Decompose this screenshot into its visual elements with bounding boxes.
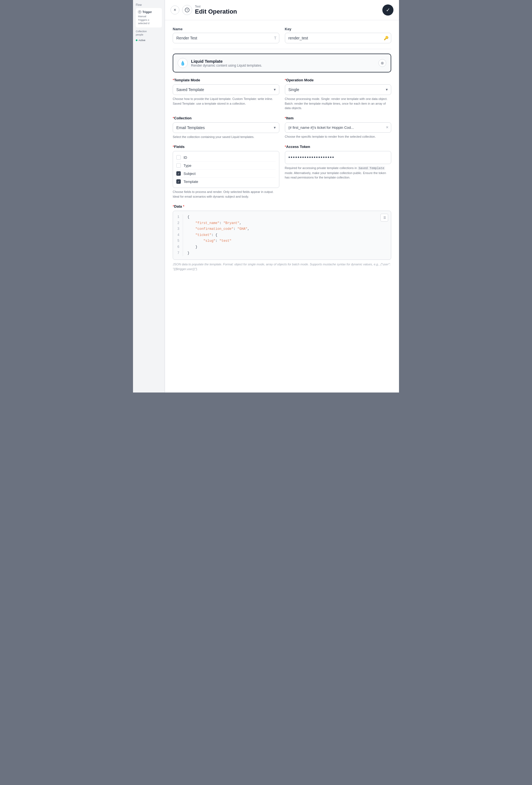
collection-select[interactable]: Email Templates — [173, 122, 279, 133]
access-token-help: Required for accessing private template … — [285, 166, 391, 180]
name-label: Name — [173, 27, 279, 31]
field-subject-label: Subject — [183, 172, 196, 176]
field-type-item: Type — [176, 161, 276, 170]
access-token-inline-code: Saved Template — [358, 166, 385, 170]
data-help-text: JSON data to populate the template. Form… — [173, 262, 391, 271]
close-icon: × — [174, 7, 176, 12]
name-input[interactable] — [173, 33, 279, 43]
name-field-group: Name T — [173, 27, 279, 43]
code-content: 1234567 { "first_name": "Bryant", "confi… — [173, 211, 391, 259]
field-type-checkbox[interactable] — [176, 163, 181, 168]
liquid-title: Liquid Template — [191, 59, 262, 64]
field-subject-item: Subject — [176, 170, 276, 178]
liquid-card-left: 💧 Liquid Template Render dynamic content… — [178, 58, 262, 68]
close-button[interactable]: × — [171, 5, 179, 15]
item-clear-icon[interactable]: × — [386, 125, 388, 130]
fields-checkbox-group: ID Type Subject Template — [173, 151, 279, 188]
access-token-label: *Access Token — [285, 145, 391, 149]
data-required-star-2: * — [182, 204, 184, 208]
data-label: *Data * — [173, 204, 391, 208]
access-token-group: *Access Token Required for accessing pri… — [285, 145, 391, 199]
confirm-icon: ✓ — [386, 7, 390, 13]
modal-subtitle: Test — [195, 5, 237, 8]
field-subject-checkbox[interactable] — [176, 171, 181, 176]
mode-row: *Template Mode Saved Template Custom Tem… — [173, 78, 391, 110]
field-id-item: ID — [176, 153, 276, 161]
liquid-desc: Render dynamic content using Liquid temp… — [191, 64, 262, 68]
operation-mode-select[interactable]: Single Batch — [285, 84, 391, 95]
fields-token-row: *Fields ID Type Subject — [173, 145, 391, 199]
collection-help: Select the collection containing your sa… — [173, 135, 279, 140]
operation-mode-group: *Operation Mode Single Batch ▼ Choose pr… — [285, 78, 391, 110]
item-input[interactable] — [285, 122, 391, 133]
key-input-wrapper: 🔑 — [285, 33, 391, 43]
line-numbers: 1234567 — [173, 214, 183, 256]
field-template-label: Template — [183, 180, 198, 184]
confirm-button[interactable]: ✓ — [382, 4, 394, 16]
collection-group: *Collection Email Templates ▼ Select the… — [173, 116, 279, 140]
liquid-template-card: 💧 Liquid Template Render dynamic content… — [173, 54, 391, 72]
code-text[interactable]: { "first_name": "Bryant", "confirmation_… — [183, 214, 254, 256]
liquid-info: Liquid Template Render dynamic content u… — [191, 59, 262, 68]
key-field-group: Key 🔑 — [285, 27, 391, 43]
edit-operation-modal: × Test Edit Operation ✓ — [165, 0, 399, 392]
active-dot-icon — [136, 40, 137, 41]
modal-header-left: × Test Edit Operation — [171, 5, 237, 15]
item-group: *Item × Choose the specific template to … — [285, 116, 391, 140]
modal-body: Name T Key 🔑 💧 — [165, 20, 399, 392]
collection-label: *Collection — [173, 116, 279, 120]
liquid-remove-button[interactable]: ⊗ — [378, 59, 386, 67]
collection-item-row: *Collection Email Templates ▼ Select the… — [173, 116, 391, 140]
data-required-star: * — [173, 204, 174, 208]
key-input[interactable] — [285, 33, 391, 43]
active-badge: Active — [136, 39, 162, 42]
text-type-icon: T — [274, 36, 277, 40]
operation-icon — [182, 5, 192, 15]
template-mode-select-wrapper: Saved Template Custom Template ▼ — [173, 84, 279, 95]
key-icon: 🔑 — [384, 36, 388, 40]
expand-icon — [382, 216, 386, 220]
sidebar-title: Flow — [136, 3, 162, 6]
operation-mode-label: *Operation Mode — [285, 78, 391, 82]
trigger-icon: ⊙ — [138, 10, 141, 14]
operation-mode-select-wrapper: Single Batch ▼ — [285, 84, 391, 95]
sidebar-trigger-detail: ManualTriggers oselected d — [138, 15, 160, 25]
active-label: Active — [138, 39, 146, 42]
field-template-checkbox[interactable] — [176, 179, 181, 184]
code-editor-toolbar — [380, 214, 388, 222]
template-mode-help: Choose how to provide the Liquid templat… — [173, 97, 279, 106]
code-editor: 1234567 { "first_name": "Bryant", "confi… — [173, 211, 391, 260]
collection-select-wrapper: Email Templates ▼ — [173, 122, 279, 133]
field-id-checkbox[interactable] — [176, 155, 181, 160]
template-mode-label: *Template Mode — [173, 78, 279, 82]
data-section: *Data * — [173, 204, 391, 271]
name-input-wrapper: T — [173, 33, 279, 43]
sidebar-trigger-label: Trigger — [143, 10, 152, 14]
liquid-icon: 💧 — [178, 58, 188, 68]
item-label: *Item — [285, 116, 391, 120]
field-id-label: ID — [183, 155, 187, 160]
template-mode-select[interactable]: Saved Template Custom Template — [173, 84, 279, 95]
name-key-row: Name T Key 🔑 — [173, 27, 391, 43]
field-type-label: Type — [183, 163, 191, 168]
expand-button[interactable] — [380, 214, 388, 222]
modal-title-group: Test Edit Operation — [195, 5, 237, 15]
fields-help: Choose fields to process and render. Onl… — [173, 189, 279, 199]
remove-icon: ⊗ — [381, 61, 384, 65]
item-input-wrapper: × — [285, 122, 391, 133]
sidebar-trigger-card: ⊙ Trigger ManualTriggers oselected d — [136, 8, 162, 27]
fields-label: *Fields — [173, 145, 279, 149]
modal-header: × Test Edit Operation ✓ — [165, 0, 399, 20]
fields-group: *Fields ID Type Subject — [173, 145, 279, 199]
sidebar-collection-label: Collectionpeople — [136, 30, 162, 36]
field-template-item: Template — [176, 178, 276, 185]
item-help: Choose the specific template to render f… — [285, 134, 391, 139]
access-token-input[interactable] — [285, 151, 391, 164]
key-label: Key — [285, 27, 391, 31]
modal-title: Edit Operation — [195, 8, 237, 15]
template-mode-group: *Template Mode Saved Template Custom Tem… — [173, 78, 279, 110]
operation-mode-help: Choose processing mode. Single: render o… — [285, 97, 391, 110]
